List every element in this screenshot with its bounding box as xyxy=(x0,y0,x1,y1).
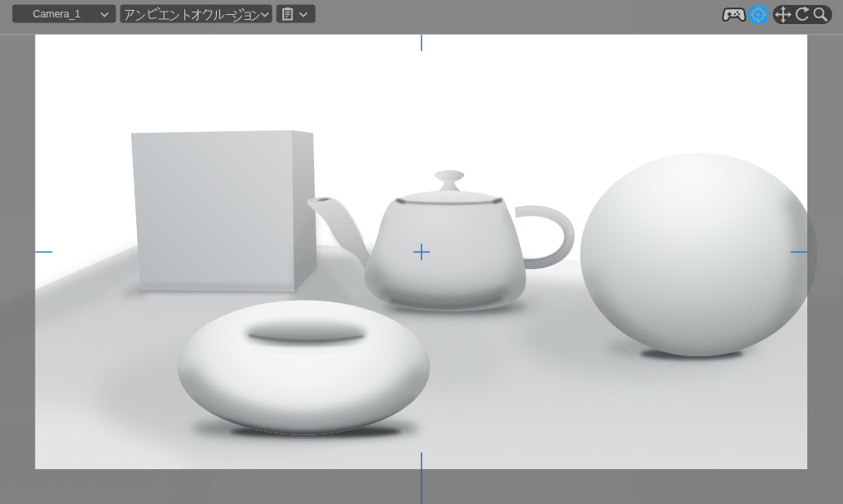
svg-text:Camera_1: Camera_1 xyxy=(33,8,81,20)
